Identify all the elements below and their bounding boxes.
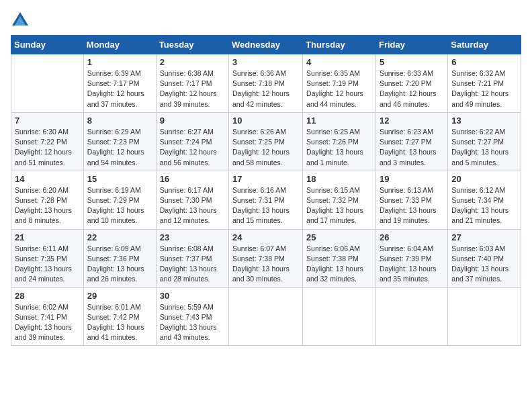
day-info: Sunrise: 5:59 AM Sunset: 7:43 PM Dayligh… xyxy=(160,302,225,343)
calendar-cell: 25Sunrise: 6:06 AM Sunset: 7:38 PM Dayli… xyxy=(303,229,376,287)
calendar-cell: 14Sunrise: 6:20 AM Sunset: 7:28 PM Dayli… xyxy=(11,171,84,229)
day-info: Sunrise: 6:01 AM Sunset: 7:42 PM Dayligh… xyxy=(87,302,152,343)
day-info: Sunrise: 6:07 AM Sunset: 7:38 PM Dayligh… xyxy=(232,244,299,285)
calendar-cell: 17Sunrise: 6:16 AM Sunset: 7:31 PM Dayli… xyxy=(229,171,303,229)
calendar-cell: 23Sunrise: 6:08 AM Sunset: 7:37 PM Dayli… xyxy=(156,229,228,287)
calendar-week-row: 21Sunrise: 6:11 AM Sunset: 7:35 PM Dayli… xyxy=(11,229,521,287)
day-number: 8 xyxy=(87,116,152,126)
calendar-cell: 27Sunrise: 6:03 AM Sunset: 7:40 PM Dayli… xyxy=(448,229,521,287)
day-number: 17 xyxy=(232,174,299,184)
day-number: 27 xyxy=(451,232,517,242)
day-number: 16 xyxy=(160,174,225,184)
day-info: Sunrise: 6:11 AM Sunset: 7:35 PM Dayligh… xyxy=(15,244,80,285)
calendar-cell: 8Sunrise: 6:29 AM Sunset: 7:23 PM Daylig… xyxy=(83,112,156,171)
calendar-cell xyxy=(229,287,303,346)
calendar-header-row: SundayMondayTuesdayWednesdayThursdayFrid… xyxy=(11,36,521,54)
day-number: 12 xyxy=(380,116,444,126)
day-number: 22 xyxy=(87,232,152,242)
calendar-cell: 20Sunrise: 6:12 AM Sunset: 7:34 PM Dayli… xyxy=(448,171,521,229)
day-info: Sunrise: 6:12 AM Sunset: 7:34 PM Dayligh… xyxy=(451,185,517,226)
day-info: Sunrise: 6:15 AM Sunset: 7:32 PM Dayligh… xyxy=(306,185,372,226)
calendar-cell: 7Sunrise: 6:30 AM Sunset: 7:22 PM Daylig… xyxy=(11,112,84,171)
day-number: 23 xyxy=(160,232,225,242)
calendar-cell xyxy=(11,54,84,113)
day-info: Sunrise: 6:25 AM Sunset: 7:26 PM Dayligh… xyxy=(306,127,372,168)
day-info: Sunrise: 6:20 AM Sunset: 7:28 PM Dayligh… xyxy=(15,185,80,226)
page-header xyxy=(11,11,521,30)
calendar-cell: 28Sunrise: 6:02 AM Sunset: 7:41 PM Dayli… xyxy=(11,287,84,346)
day-number: 2 xyxy=(160,57,225,67)
day-header-wednesday: Wednesday xyxy=(229,36,303,54)
day-number: 20 xyxy=(451,174,517,184)
calendar-cell: 18Sunrise: 6:15 AM Sunset: 7:32 PM Dayli… xyxy=(303,171,376,229)
calendar-cell: 26Sunrise: 6:04 AM Sunset: 7:39 PM Dayli… xyxy=(375,229,447,287)
calendar-cell: 10Sunrise: 6:26 AM Sunset: 7:25 PM Dayli… xyxy=(229,112,303,171)
day-number: 11 xyxy=(306,116,372,126)
calendar-cell: 3Sunrise: 6:36 AM Sunset: 7:18 PM Daylig… xyxy=(229,54,303,113)
day-number: 13 xyxy=(451,116,517,126)
day-info: Sunrise: 6:35 AM Sunset: 7:19 PM Dayligh… xyxy=(306,68,372,109)
calendar-cell: 2Sunrise: 6:38 AM Sunset: 7:17 PM Daylig… xyxy=(156,54,228,113)
day-number: 28 xyxy=(15,291,80,301)
calendar-week-row: 1Sunrise: 6:39 AM Sunset: 7:17 PM Daylig… xyxy=(11,54,521,113)
day-info: Sunrise: 6:27 AM Sunset: 7:24 PM Dayligh… xyxy=(160,127,225,168)
day-header-monday: Monday xyxy=(83,36,156,54)
day-number: 10 xyxy=(232,116,299,126)
day-number: 30 xyxy=(160,291,225,301)
day-info: Sunrise: 6:32 AM Sunset: 7:21 PM Dayligh… xyxy=(451,68,517,109)
calendar-cell: 4Sunrise: 6:35 AM Sunset: 7:19 PM Daylig… xyxy=(303,54,376,113)
day-info: Sunrise: 6:30 AM Sunset: 7:22 PM Dayligh… xyxy=(15,127,80,168)
calendar-cell xyxy=(303,287,376,346)
day-info: Sunrise: 6:19 AM Sunset: 7:29 PM Dayligh… xyxy=(87,185,152,226)
logo-icon xyxy=(11,11,30,30)
day-info: Sunrise: 6:16 AM Sunset: 7:31 PM Dayligh… xyxy=(232,185,299,226)
day-info: Sunrise: 6:06 AM Sunset: 7:38 PM Dayligh… xyxy=(306,244,372,285)
calendar-week-row: 7Sunrise: 6:30 AM Sunset: 7:22 PM Daylig… xyxy=(11,112,521,171)
day-number: 14 xyxy=(15,174,80,184)
day-number: 3 xyxy=(232,57,299,67)
calendar-cell: 9Sunrise: 6:27 AM Sunset: 7:24 PM Daylig… xyxy=(156,112,228,171)
calendar-cell: 29Sunrise: 6:01 AM Sunset: 7:42 PM Dayli… xyxy=(83,287,156,346)
calendar-cell: 16Sunrise: 6:17 AM Sunset: 7:30 PM Dayli… xyxy=(156,171,228,229)
day-info: Sunrise: 6:13 AM Sunset: 7:33 PM Dayligh… xyxy=(380,185,444,226)
calendar-cell: 6Sunrise: 6:32 AM Sunset: 7:21 PM Daylig… xyxy=(448,54,521,113)
calendar-cell: 19Sunrise: 6:13 AM Sunset: 7:33 PM Dayli… xyxy=(375,171,447,229)
day-number: 6 xyxy=(451,57,517,67)
day-info: Sunrise: 6:03 AM Sunset: 7:40 PM Dayligh… xyxy=(451,244,517,285)
calendar-cell xyxy=(375,287,447,346)
day-number: 4 xyxy=(306,57,372,67)
day-number: 19 xyxy=(380,174,444,184)
calendar-cell xyxy=(448,287,521,346)
day-number: 24 xyxy=(232,232,299,242)
day-number: 21 xyxy=(15,232,80,242)
day-header-tuesday: Tuesday xyxy=(156,36,228,54)
day-number: 26 xyxy=(380,232,444,242)
calendar-week-row: 28Sunrise: 6:02 AM Sunset: 7:41 PM Dayli… xyxy=(11,287,521,346)
calendar-cell: 15Sunrise: 6:19 AM Sunset: 7:29 PM Dayli… xyxy=(83,171,156,229)
day-number: 15 xyxy=(87,174,152,184)
calendar-week-row: 14Sunrise: 6:20 AM Sunset: 7:28 PM Dayli… xyxy=(11,171,521,229)
day-info: Sunrise: 6:17 AM Sunset: 7:30 PM Dayligh… xyxy=(160,185,225,226)
calendar-cell: 13Sunrise: 6:22 AM Sunset: 7:27 PM Dayli… xyxy=(448,112,521,171)
day-info: Sunrise: 6:08 AM Sunset: 7:37 PM Dayligh… xyxy=(160,244,225,285)
day-info: Sunrise: 6:04 AM Sunset: 7:39 PM Dayligh… xyxy=(380,244,444,285)
day-number: 1 xyxy=(87,57,152,67)
calendar-cell: 11Sunrise: 6:25 AM Sunset: 7:26 PM Dayli… xyxy=(303,112,376,171)
day-number: 25 xyxy=(306,232,372,242)
day-header-friday: Friday xyxy=(375,36,447,54)
day-info: Sunrise: 6:39 AM Sunset: 7:17 PM Dayligh… xyxy=(87,68,152,109)
day-info: Sunrise: 6:26 AM Sunset: 7:25 PM Dayligh… xyxy=(232,127,299,168)
logo xyxy=(11,11,31,30)
day-info: Sunrise: 6:02 AM Sunset: 7:41 PM Dayligh… xyxy=(15,302,80,343)
day-info: Sunrise: 6:23 AM Sunset: 7:27 PM Dayligh… xyxy=(380,127,444,168)
day-number: 18 xyxy=(306,174,372,184)
day-header-sunday: Sunday xyxy=(11,36,84,54)
calendar-cell: 12Sunrise: 6:23 AM Sunset: 7:27 PM Dayli… xyxy=(375,112,447,171)
day-header-thursday: Thursday xyxy=(303,36,376,54)
day-number: 5 xyxy=(380,57,444,67)
calendar-cell: 5Sunrise: 6:33 AM Sunset: 7:20 PM Daylig… xyxy=(375,54,447,113)
calendar-cell: 24Sunrise: 6:07 AM Sunset: 7:38 PM Dayli… xyxy=(229,229,303,287)
calendar-cell: 22Sunrise: 6:09 AM Sunset: 7:36 PM Dayli… xyxy=(83,229,156,287)
day-info: Sunrise: 6:38 AM Sunset: 7:17 PM Dayligh… xyxy=(160,68,225,109)
day-info: Sunrise: 6:36 AM Sunset: 7:18 PM Dayligh… xyxy=(232,68,299,109)
